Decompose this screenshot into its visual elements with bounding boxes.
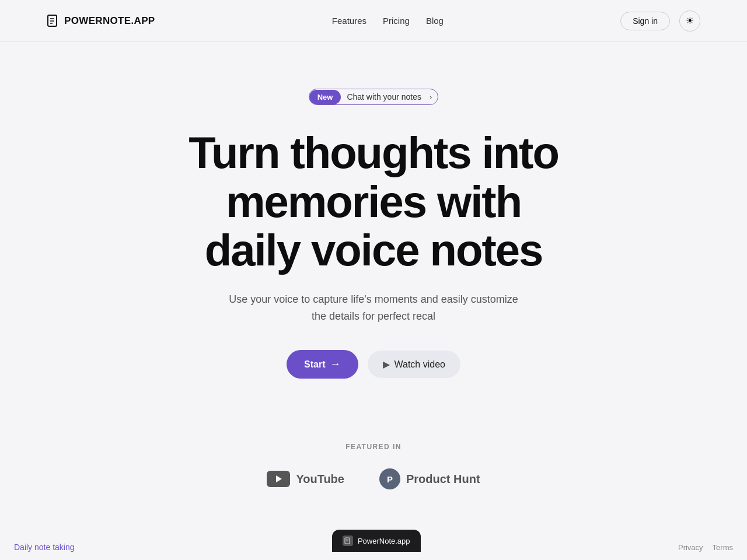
powernote-badge-icon (343, 536, 353, 546)
logo-text: POWERNOTE.APP (64, 15, 155, 27)
hero-subtitle-line2: the details for perfect recal (312, 310, 435, 322)
youtube-logo: YouTube (267, 471, 344, 487)
video-camera-icon: ▶ (383, 359, 390, 370)
terms-link[interactable]: Terms (713, 543, 733, 552)
daily-note-link[interactable]: Daily note taking (14, 542, 75, 552)
start-arrow-icon: → (330, 358, 341, 370)
hero-buttons: Start → ▶ Watch video (287, 350, 460, 379)
powernote-app-badge: PowerNote.app (332, 530, 421, 552)
watch-label: Watch video (395, 359, 445, 370)
bottom-bar: Daily note taking PowerNote.app Privacy … (0, 522, 747, 560)
theme-toggle-button[interactable]: ☀ (679, 10, 700, 32)
featured-section: FEATURED IN YouTube P Product Hunt (0, 414, 747, 513)
start-label: Start (304, 359, 325, 370)
nav-features-link[interactable]: Features (332, 16, 366, 26)
hero-subtitle-line1: Use your voice to capture life's moments… (229, 293, 518, 305)
badge-new-label: New (309, 90, 341, 104)
nav-blog-link[interactable]: Blog (426, 16, 444, 26)
footer-links: Privacy Terms (678, 543, 733, 552)
featured-label: FEATURED IN (345, 443, 402, 451)
navbar: POWERNOTE.APP Features Pricing Blog Sign… (0, 0, 747, 42)
hero-title-line2: daily voice notes (205, 225, 542, 275)
youtube-icon (267, 471, 290, 487)
powernote-badge-text: PowerNote.app (358, 537, 410, 545)
producthunt-text: Product Hunt (406, 473, 480, 486)
youtube-text: YouTube (296, 473, 344, 486)
watch-video-button[interactable]: ▶ Watch video (368, 351, 460, 378)
hero-section: New Chat with your notes › Turn thoughts… (0, 42, 747, 414)
youtube-play-icon (276, 475, 282, 482)
producthunt-icon: P (379, 468, 400, 489)
sun-icon: ☀ (686, 15, 694, 26)
nav-links: Features Pricing Blog (332, 16, 444, 26)
start-button[interactable]: Start → (287, 350, 358, 379)
hero-title-line1: Turn thoughts into memories with (189, 128, 558, 226)
new-chat-badge[interactable]: New Chat with your notes › (309, 89, 439, 105)
hero-title: Turn thoughts into memories with daily v… (111, 128, 636, 275)
privacy-link[interactable]: Privacy (678, 543, 703, 552)
nav-right: Sign in ☀ (620, 10, 700, 32)
featured-logos: YouTube P Product Hunt (267, 468, 480, 489)
hero-subtitle: Use your voice to capture life's moments… (229, 291, 518, 325)
logo-link[interactable]: POWERNOTE.APP (47, 15, 155, 27)
logo-icon (47, 15, 60, 27)
producthunt-logo: P Product Hunt (379, 468, 480, 489)
nav-pricing-link[interactable]: Pricing (383, 16, 410, 26)
badge-arrow-icon: › (430, 93, 438, 102)
signin-button[interactable]: Sign in (620, 12, 670, 30)
badge-chat-text: Chat with your notes (341, 89, 430, 104)
